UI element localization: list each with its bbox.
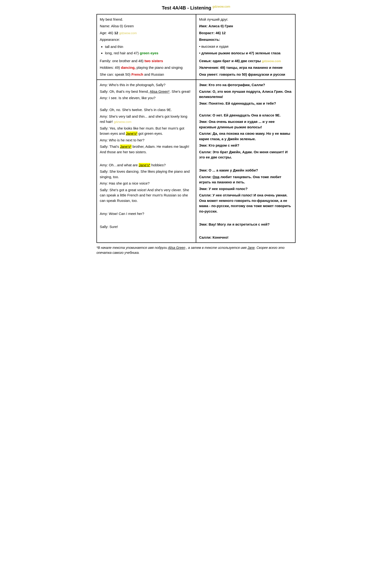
r-amy-line5: Эми: О ... а какие у Джейн хобби? (199, 168, 292, 173)
right-info-section: Мой лучший друг. Имя: Алиса 0) Грин Возр… (199, 17, 292, 77)
green-eyes-text: green eyes (140, 51, 158, 55)
watermark-age: gdzwow.com (119, 31, 137, 35)
line-age: Age: 46) 12 gdzwow.com (100, 30, 193, 36)
r-line-best-friend: Мой лучший друг. (199, 17, 292, 22)
two-sisters-text: two sisters (144, 59, 163, 63)
sally-line5: Sally: She loves dancing. She likes play… (100, 169, 193, 180)
watermark-family: gdzwow.com (262, 59, 281, 63)
line-hobbies: Hobbies: 49) dancing, playing the piano … (100, 65, 193, 71)
r-bullet2: • длинные рыжие волосы и 47) зеленые гла… (199, 51, 292, 56)
r-amy-line3: Эми: Она очень высокая и худая ... и у н… (199, 119, 292, 130)
janes-ref3: Jane's* (139, 163, 150, 167)
amy-line2: Amy: I see. Is she eleven, like you? (100, 95, 193, 101)
bullet-tall: tall and thin (105, 44, 193, 50)
r-sally-line6: Салли: У нее отличный голос! И она очень… (199, 193, 292, 214)
right-info-cell: Мой лучший друг. Имя: Алиса 0) Грин Возр… (196, 14, 295, 80)
sally-line2: Sally: Oh, no. She's twelve. She's in cl… (100, 102, 193, 113)
those-word: those (107, 150, 116, 154)
r-sally-line4: Салли: Это брат Джейн, Адам. Он меня сме… (199, 149, 292, 160)
r-line-age: Возраст: 46) 12 (199, 30, 292, 36)
info-row: My best friend. Name: Alisa 0) Green Age… (97, 14, 295, 80)
r-line-she-can: Она умеет: говорить по 50) французски и … (199, 72, 292, 77)
amy-line3: Amy: She's very tall and thin... and she… (100, 114, 193, 125)
r-sally-line5: Салли: Она любит танцевать. Она тоже люб… (199, 174, 292, 185)
footnote-text: *В начале текста упоминается имя подруги… (97, 246, 284, 255)
sally-line7: Sally: Sure! (100, 224, 193, 230)
r-line-appearance: Внешность: (199, 37, 292, 43)
header-watermark: gdzwow.com (213, 5, 230, 8)
line-she-can: She can: speak 50) French and Russian (100, 72, 193, 77)
janes-ref1: Jane's* (126, 131, 138, 135)
line-name: Name: Alisa 0) Green (100, 24, 193, 29)
french-text: French (131, 72, 143, 76)
r-amy-line1: Эми: Кто это на фотографии, Салли? (199, 82, 292, 88)
r-amy-line6: Эми: У нее хороший голос? (199, 186, 292, 192)
r-sally-line2: Салли: О нет. Ей двенадцать Она в классе… (199, 107, 292, 118)
r-spacer1 (199, 161, 292, 167)
r-bullet1: • высокая и худая (199, 44, 292, 49)
ona-word: Она (251, 113, 258, 117)
alisa-green-ref: Alisa Green* (150, 89, 169, 93)
sally-line4: Sally: That's Jane's* brother, Adam. He … (100, 144, 193, 155)
amy-line1: Amy: Who's this in the photograph, Sally… (100, 82, 193, 88)
r-sally-line3: Салли: Да, она похожа на свою маму. Но у… (199, 131, 292, 142)
line-family: Family: one brother and 48) two sisters (100, 58, 193, 64)
left-info-cell: My best friend. Name: Alisa 0) Green Age… (97, 14, 196, 80)
right-dialog: Эми: Кто это на фотографии, Салли? Салли… (199, 82, 292, 240)
spacer1 (100, 156, 193, 161)
r-amy-line4: Эми: Кто рядом с ней? (199, 143, 292, 148)
r-line-hobbies: Увлечения: 49) танцы, игра на пианино и … (199, 65, 292, 71)
r-line-family: Семья: один брат и 48) две сестры gdzwow… (199, 58, 292, 64)
alisa-green-footnote: Alisa Green (168, 246, 185, 249)
spacer2 (100, 204, 193, 210)
line-appearance: Appearance: (100, 37, 193, 43)
r-amy-line7: Эми: Вау! Могу ли я встретиться с ней? (199, 222, 292, 227)
r-spacer2 (199, 215, 292, 221)
jane-footnote: Jane (247, 246, 254, 249)
janes-ref2: Jane's* (120, 145, 132, 148)
amy-line4: Amy: Who is he next to her? (100, 138, 193, 143)
spacer3 (100, 218, 193, 223)
footnote-section: *В начале текста упоминается имя подруги… (97, 245, 295, 255)
appearance-list: tall and thin long, red hair and 47) gre… (105, 44, 193, 56)
amy-line7: Amy: Wow! Can I meet her? (100, 211, 193, 217)
sally-line1: Sally: Oh, that's my best friend, Alisa … (100, 89, 193, 94)
right-dialog-cell: Эми: Кто это на фотографии, Салли? Салли… (196, 80, 295, 243)
line-best-friend: My best friend. (100, 17, 193, 22)
left-dialog: Amy: Who's this in the photograph, Sally… (100, 82, 193, 229)
left-dialog-cell: Amy: Who's this in the photograph, Sally… (97, 80, 196, 243)
r-sally-line1: Салли: О, это моя лучшая подруга, Алиса … (199, 89, 292, 100)
sally-line3: Sally: Yes, she looks like her mum. But … (100, 126, 193, 136)
amy-line5: Amy: Oh…and what are Jane's* hobbies? (100, 162, 193, 168)
page-title: Test 4A/4B - Listening gdzwow.com (97, 5, 295, 11)
dialog-row: Amy: Who's this in the photograph, Sally… (97, 80, 295, 243)
main-table: My best friend. Name: Alisa 0) Green Age… (97, 14, 295, 243)
r-amy-line2: Эми: Понятно. Ей одиннадцать, как и тебе… (199, 101, 292, 106)
left-info-section: My best friend. Name: Alisa 0) Green Age… (100, 17, 193, 77)
watermark-dialog1: gdzwow.com (114, 120, 131, 124)
dancing-text: dancing, (121, 65, 136, 70)
r-line-name: Имя: Алиса 0) Грин (199, 24, 292, 29)
r-spacer3 (199, 228, 292, 234)
sally-line6: Sally: She's got a great voice! And she'… (100, 188, 193, 203)
ona-ref: Она (213, 175, 220, 179)
bullet-hair: long, red hair and 47) green eyes (105, 50, 193, 56)
amy-line6: Amy: Has she got a nice voice? (100, 181, 193, 186)
r-sally-line7: Салли: Конечно! (199, 235, 292, 240)
